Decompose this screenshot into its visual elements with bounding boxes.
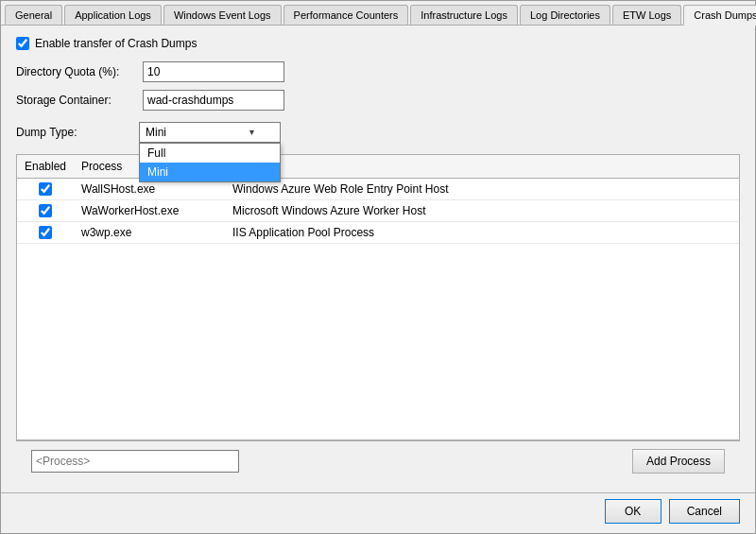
row1-name: Microsoft Windows Azure Worker Host — [225, 202, 739, 219]
table-header: Enabled Process Name — [17, 155, 739, 179]
ok-button[interactable]: OK — [605, 499, 662, 524]
tab-etw-logs[interactable]: ETW Logs — [612, 5, 681, 25]
main-content: Enable transfer of Crash Dumps Directory… — [1, 26, 755, 492]
process-input[interactable] — [31, 450, 239, 473]
row0-process: WallSHost.exe — [74, 181, 225, 198]
directory-quota-input[interactable] — [143, 61, 284, 82]
row2-enabled-cell — [17, 224, 74, 241]
tab-performance-counters[interactable]: Performance Counters — [284, 5, 409, 25]
tab-windows-event-logs[interactable]: Windows Event Logs — [163, 5, 282, 25]
dialog: General Application Logs Windows Event L… — [0, 0, 756, 534]
tab-log-directories[interactable]: Log Directories — [520, 5, 610, 25]
enable-checkbox[interactable] — [16, 37, 29, 50]
table-body: WallSHost.exe Windows Azure Web Role Ent… — [17, 179, 739, 439]
row2-process: w3wp.exe — [74, 224, 225, 241]
table-row: w3wp.exe IIS Application Pool Process — [17, 222, 739, 244]
header-enabled: Enabled — [17, 158, 74, 175]
table-row: WaWorkerHost.exe Microsoft Windows Azure… — [17, 200, 739, 222]
row1-enabled-cell — [17, 202, 74, 219]
dump-type-dropdown-wrapper: Mini ▼ Full Mini — [139, 122, 281, 143]
process-table: Enabled Process Name WallSHost.exe Windo… — [16, 154, 740, 440]
cancel-button[interactable]: Cancel — [669, 499, 740, 524]
bottom-bar: Add Process — [16, 440, 740, 481]
directory-quota-label: Directory Quota (%): — [16, 65, 139, 78]
table-row: WallSHost.exe Windows Azure Web Role Ent… — [17, 179, 739, 200]
row1-enabled-checkbox[interactable] — [39, 204, 52, 217]
tab-general[interactable]: General — [5, 5, 62, 25]
add-process-button[interactable]: Add Process — [632, 449, 725, 474]
form-grid: Directory Quota (%): Storage Container: — [16, 61, 740, 111]
row2-name: IIS Application Pool Process — [225, 224, 739, 241]
row0-enabled-cell — [17, 181, 74, 198]
tab-bar: General Application Logs Windows Event L… — [1, 1, 755, 26]
row1-process: WaWorkerHost.exe — [74, 202, 225, 219]
footer-buttons: OK Cancel — [1, 492, 755, 533]
header-name: Name — [225, 158, 739, 175]
tab-infrastructure-logs[interactable]: Infrastructure Logs — [410, 5, 518, 25]
dropdown-arrow-icon: ▼ — [248, 128, 256, 137]
dump-type-dropdown[interactable]: Mini ▼ — [139, 122, 281, 143]
dump-type-option-full[interactable]: Full — [140, 144, 280, 163]
enable-label: Enable transfer of Crash Dumps — [35, 37, 197, 50]
dump-type-value: Mini — [146, 126, 166, 139]
dump-type-option-mini[interactable]: Mini — [140, 163, 280, 181]
storage-container-input[interactable] — [143, 90, 284, 111]
storage-container-label: Storage Container: — [16, 94, 139, 107]
dump-type-row: Dump Type: Mini ▼ Full Mini — [16, 122, 740, 143]
enable-row: Enable transfer of Crash Dumps — [16, 37, 740, 50]
tab-application-logs[interactable]: Application Logs — [64, 5, 162, 25]
row2-enabled-checkbox[interactable] — [39, 226, 52, 239]
dump-type-options: Full Mini — [139, 143, 281, 182]
dump-type-label: Dump Type: — [16, 126, 139, 139]
row0-name: Windows Azure Web Role Entry Point Host — [225, 181, 739, 198]
row0-enabled-checkbox[interactable] — [39, 182, 52, 196]
tab-crash-dumps[interactable]: Crash Dumps — [683, 5, 756, 26]
